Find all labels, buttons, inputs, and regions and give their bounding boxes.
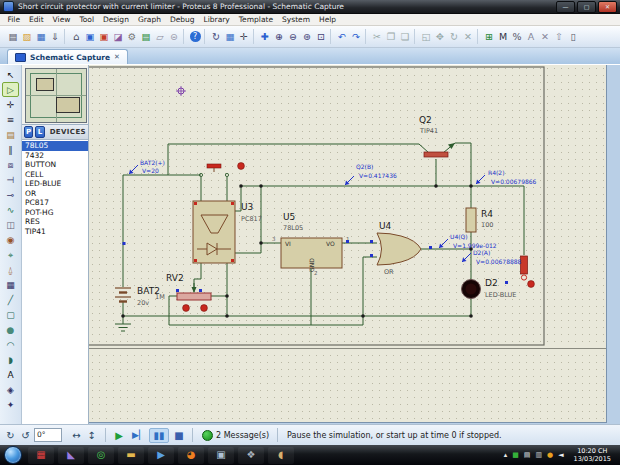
path-2d-icon[interactable]: ◗: [2, 352, 19, 367]
message-status-icon[interactable]: [202, 430, 213, 441]
component-fuse-terminal[interactable]: [521, 256, 535, 287]
tray-printer-icon[interactable]: ▥: [535, 451, 542, 459]
component-u5[interactable]: VI VO GND 3 1 2 U5 78L05: [272, 212, 350, 276]
help-icon[interactable]: ?: [188, 29, 202, 44]
device-item-button[interactable]: BUTTON: [22, 160, 88, 170]
maximize-button[interactable]: ▢: [577, 1, 596, 13]
menu-system[interactable]: System: [278, 14, 315, 25]
device-item-pot-hg[interactable]: POT-HG: [22, 208, 88, 218]
pick-devices-button[interactable]: P: [24, 126, 33, 138]
tray-volume-icon[interactable]: ◄: [558, 451, 563, 459]
menu-file[interactable]: File: [3, 14, 25, 25]
block-delete-icon[interactable]: ✕: [461, 29, 475, 44]
wire-label-mode-icon[interactable]: ≡: [2, 112, 19, 127]
component-button[interactable]: [199, 163, 244, 177]
block-copy-icon[interactable]: ◱: [419, 29, 433, 44]
new-sheet-icon[interactable]: ▯: [566, 29, 580, 44]
taskbar-file-explorer-icon[interactable]: ▬: [118, 447, 144, 464]
component-d2[interactable]: D2 LED-BLUE: [462, 278, 517, 299]
menu-library[interactable]: Library: [199, 14, 234, 25]
new-project-icon[interactable]: ▤: [6, 29, 20, 44]
line-2d-icon[interactable]: ╱: [2, 292, 19, 307]
component-bat2[interactable]: BAT2 20v: [115, 286, 160, 307]
rotation-angle-input[interactable]: 0°: [34, 428, 62, 442]
subcircuit-mode-icon[interactable]: ⧈: [2, 157, 19, 172]
pause-button[interactable]: ▮▮: [149, 428, 169, 443]
current-probe-mode-icon[interactable]: ⍙: [2, 262, 19, 277]
rv2-decrease-button[interactable]: [183, 305, 190, 312]
text-2d-icon[interactable]: A: [2, 367, 19, 382]
tray-update-icon[interactable]: ●: [547, 451, 553, 459]
text-script-mode-icon[interactable]: ▤: [2, 127, 19, 142]
generator-mode-icon[interactable]: ◉: [2, 232, 19, 247]
taskbar-app-tan-icon[interactable]: ◖: [268, 447, 294, 464]
button-actuator[interactable]: [238, 163, 245, 170]
selection-mode-icon[interactable]: ↖: [2, 67, 19, 82]
voltage-probe-mode-icon[interactable]: ⌖: [2, 247, 19, 262]
gerber-viewer-icon[interactable]: ◪: [111, 29, 125, 44]
symbol-2d-icon[interactable]: ◈: [2, 382, 19, 397]
taskbar-media-player-icon[interactable]: ▶: [148, 447, 174, 464]
menu-graph[interactable]: Graph: [133, 14, 165, 25]
component-r4[interactable]: R4 100: [466, 208, 493, 232]
livewire-icon[interactable]: ⊝: [167, 29, 181, 44]
device-item-tip41[interactable]: TIP41: [22, 227, 88, 237]
component-u4[interactable]: U4 OR: [377, 221, 421, 276]
bus-mode-icon[interactable]: ∥: [2, 142, 19, 157]
component-u3[interactable]: U3 PC817: [193, 201, 262, 263]
device-item-pc817[interactable]: PC817: [22, 198, 88, 208]
taskbar-display-settings-icon[interactable]: ▣: [208, 447, 234, 464]
device-item-7432[interactable]: 7432: [22, 151, 88, 161]
junction-mode-icon[interactable]: ✛: [2, 97, 19, 112]
mirror-vertical-icon[interactable]: ↕: [85, 430, 98, 441]
instrument-mode-icon[interactable]: ▦: [2, 277, 19, 292]
zoom-area-icon[interactable]: ⊡: [314, 29, 328, 44]
menu-edit[interactable]: Edit: [25, 14, 49, 25]
menu-design[interactable]: Design: [98, 14, 133, 25]
tape-recorder-mode-icon[interactable]: ◫: [2, 217, 19, 232]
design-rules-icon[interactable]: A: [524, 29, 538, 44]
graph-mode-icon[interactable]: ∿: [2, 202, 19, 217]
device-item-cell[interactable]: CELL: [22, 170, 88, 180]
false-origin-icon[interactable]: ✛: [237, 29, 251, 44]
open-project-icon[interactable]: ▨: [20, 29, 34, 44]
taskbar-media-tool-icon[interactable]: ◎: [88, 447, 114, 464]
menu-help[interactable]: Help: [315, 14, 341, 25]
tray-input-device-icon[interactable]: ▤: [524, 451, 531, 459]
rv2-increase-button[interactable]: [201, 305, 208, 312]
toggle-grid-icon[interactable]: ▦: [223, 29, 237, 44]
menu-tool[interactable]: Tool: [75, 14, 99, 25]
tab-close-icon[interactable]: ✕: [114, 53, 120, 61]
device-item-78l05[interactable]: 78L05: [22, 141, 88, 151]
center-at-cursor-icon[interactable]: ✚: [258, 29, 272, 44]
menu-template[interactable]: Template: [234, 14, 277, 25]
device-item-or[interactable]: OR: [22, 189, 88, 199]
taskbar-app-gray-icon[interactable]: ❖: [238, 447, 264, 464]
cut-icon[interactable]: ✂: [370, 29, 384, 44]
rotate-clockwise-icon[interactable]: ↻: [4, 430, 17, 441]
play-button[interactable]: ▶: [109, 428, 129, 443]
close-button[interactable]: ✕: [598, 1, 617, 13]
zoom-in-icon[interactable]: ⊕: [272, 29, 286, 44]
taskbar-kmplayer-icon[interactable]: ◣: [58, 447, 84, 464]
menu-debug[interactable]: Debug: [165, 14, 199, 25]
taskbar-clock[interactable]: 10:20 CH 13/03/2015: [568, 447, 616, 463]
device-item-led-blue[interactable]: LED-BLUE: [22, 179, 88, 189]
marker-2d-icon[interactable]: ✦: [2, 397, 19, 412]
save-project-icon[interactable]: ▦: [34, 29, 48, 44]
circle-2d-icon[interactable]: ●: [2, 322, 19, 337]
copy-icon[interactable]: ❐: [384, 29, 398, 44]
import-legacy-icon[interactable]: ⇓: [48, 29, 62, 44]
terminal-mode-icon[interactable]: ⊣: [2, 172, 19, 187]
pcb-layout-icon[interactable]: ▣: [97, 29, 111, 44]
component-rv2[interactable]: RV2 1M: [155, 273, 211, 311]
message-count[interactable]: 2 Message(s): [216, 431, 269, 440]
schematic-capture-icon[interactable]: ▣: [83, 29, 97, 44]
box-2d-icon[interactable]: ▢: [2, 307, 19, 322]
library-manager-button[interactable]: L: [35, 126, 44, 138]
redo-icon[interactable]: ↷: [349, 29, 363, 44]
bill-of-materials-icon[interactable]: ▱: [153, 29, 167, 44]
pick-parts-icon[interactable]: ⊞: [482, 29, 496, 44]
arc-2d-icon[interactable]: ◠: [2, 337, 19, 352]
tab-schematic-capture[interactable]: Schematic Capture ✕: [7, 49, 128, 64]
